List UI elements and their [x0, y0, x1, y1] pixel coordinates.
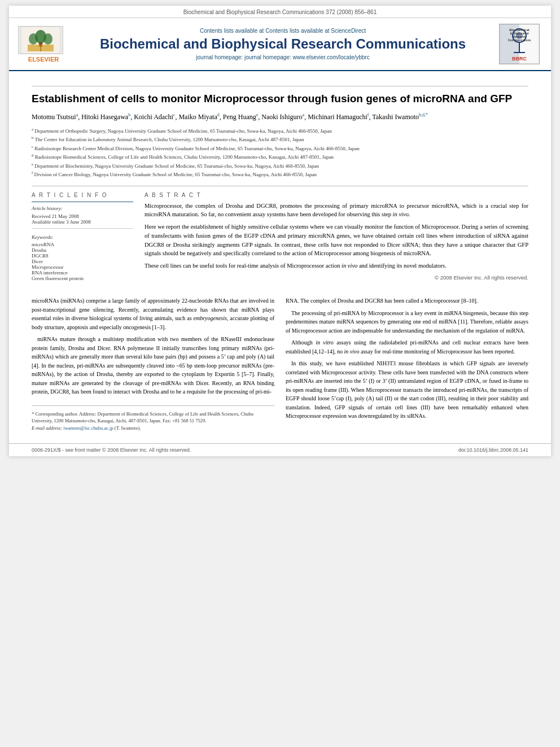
- keywords-label: Keywords:: [32, 234, 133, 240]
- body-two-col: microRNAs (miRNAs) comprise a large fami…: [32, 296, 528, 432]
- svg-point-3: [43, 33, 53, 45]
- page: Biochemical and Biophysical Research Com…: [9, 6, 551, 456]
- body-left-col: microRNAs (miRNAs) comprise a large fami…: [32, 296, 274, 432]
- main-body: microRNAs (miRNAs) comprise a large fami…: [9, 291, 551, 443]
- sciencedirect-notice: Contents lists available at Contents lis…: [78, 28, 488, 34]
- article-info-col: A R T I C L E I N F O Article history: R…: [32, 192, 133, 282]
- authors-line: Motomu Tsutsuia, Hitoki Hasegawab, Koich…: [32, 112, 528, 122]
- issn-notice: 0006-291X/$ - see front matter © 2008 El…: [32, 447, 191, 453]
- journal-title: Biochemical and Biophysical Research Com…: [78, 36, 488, 53]
- body-para-r4: In this study, we have established NIH3T…: [286, 359, 528, 421]
- received-date: Received 21 May 2008: [32, 213, 133, 219]
- history-label: Article history:: [32, 206, 133, 211]
- elsevier-wordmark: ELSEVIER: [18, 56, 69, 63]
- bbrc-logo-area: BBRC Biochemical & Biophysical Research …: [497, 24, 542, 64]
- abstract-para-2: Here we report the establishment of high…: [145, 222, 528, 258]
- homepage-url[interactable]: journal homepage: www.elsevier.com/locat…: [244, 54, 370, 60]
- abstract-para-1: Microprocessor, the complex of Drosha an…: [145, 202, 528, 220]
- journal-homepage: journal homepage: journal homepage: www.…: [78, 54, 488, 60]
- body-para-2: miRNAs mature through a multistep modifi…: [32, 335, 274, 396]
- affiliation-a: a Department of Orthopedic Surgery, Nago…: [32, 126, 528, 136]
- abstract-col: A B S T R A C T Microprocessor, the comp…: [145, 192, 528, 282]
- affiliation-b: b The Center for Education in Laboratory…: [32, 135, 528, 144]
- article-info-label: A R T I C L E I N F O: [32, 192, 133, 198]
- body-para-r3: Although in vitro assays using the radio…: [286, 338, 528, 356]
- svg-point-2: [29, 33, 38, 45]
- affiliation-f: f Division of Cancer Biology, Nagoya Uni…: [32, 170, 528, 179]
- sciencedirect-prefix: Contents lists available at: [200, 28, 265, 34]
- affiliations-block: a Department of Orthopedic Surgery, Nago…: [32, 126, 528, 179]
- copyright-notice: © 2008 Elsevier Inc. All rights reserved…: [145, 274, 528, 282]
- header-divider: [32, 86, 528, 86]
- sciencedirect-link-text[interactable]: Contents lists available at ScienceDirec…: [265, 28, 366, 34]
- keyword-dicer: Dicer: [32, 259, 133, 264]
- abstract-para-3: These cell lines can be useful tools for…: [145, 261, 528, 270]
- article-content-area: Establishment of cells to monitor Microp…: [9, 71, 551, 291]
- email-link[interactable]: iwamoto@isc.chubu.ac.jp: [63, 425, 113, 431]
- svg-text:BBRC: BBRC: [512, 56, 527, 62]
- available-date: Available online 3 June 2008: [32, 219, 133, 225]
- keyword-drosha: Drosha: [32, 247, 133, 253]
- footnote-corresponding: * Corresponding author. Address: Departm…: [32, 410, 274, 425]
- affiliation-divider: [32, 186, 528, 186]
- elsevier-image: [18, 26, 63, 54]
- bbrc-logo: BBRC Biochemical & Biophysical Research …: [499, 24, 540, 64]
- article-title: Establishment of cells to monitor Microp…: [32, 92, 528, 106]
- keyword-microrna: microRNA: [32, 242, 133, 247]
- keyword-rnai: RNA interference: [32, 270, 133, 276]
- body-right-col: RNA. The complex of Drosha and DGCR8 has…: [286, 296, 528, 432]
- journal-citation-bar: Biochemical and Biophysical Research Com…: [9, 6, 551, 18]
- footnote-section: * Corresponding author. Address: Departm…: [32, 405, 274, 432]
- body-para-r2: The processing of pri-miRNA by Microproc…: [286, 309, 528, 335]
- body-text-right: RNA. The complex of Drosha and DGCR8 has…: [286, 296, 528, 421]
- keyword-gfp: Green fluorescent protein: [32, 276, 133, 281]
- abstract-label: A B S T R A C T: [145, 192, 528, 198]
- body-para-r1: RNA. The complex of Drosha and DGCR8 has…: [286, 296, 528, 305]
- elsevier-logo-area: ELSEVIER: [18, 26, 69, 63]
- keywords-box: Keywords: microRNA Drosha DGCR8 Dicer Mi…: [32, 234, 133, 281]
- journal-center: Contents lists available at Contents lis…: [78, 28, 488, 61]
- body-para-1: microRNAs (miRNAs) comprise a large fami…: [32, 296, 274, 331]
- body-text-left: microRNAs (miRNAs) comprise a large fami…: [32, 296, 274, 396]
- doi-notice: doi:10.1016/j.bbrc.2008.05.141: [458, 447, 528, 453]
- footnote-email: E-mail address: iwamoto@isc.chubu.ac.jp …: [32, 425, 274, 432]
- bottom-bar: 0006-291X/$ - see front matter © 2008 El…: [9, 443, 551, 456]
- article-info-box: Article history: Received 21 May 2008 Av…: [32, 202, 133, 229]
- homepage-prefix: journal homepage:: [196, 54, 244, 60]
- journal-citation: Biochemical and Biophysical Research Com…: [183, 9, 377, 15]
- affiliation-e: e Department of Biochemistry, Nagoya Uni…: [32, 161, 528, 171]
- journal-header: ELSEVIER Contents lists available at Con…: [9, 18, 551, 71]
- svg-text:Communications: Communications: [508, 38, 531, 42]
- keyword-microprocessor: Microprocessor: [32, 264, 133, 270]
- keyword-dgcr8: DGCR8: [32, 253, 133, 259]
- affiliation-d: d Radioisotope Biomedical Sciences, Coll…: [32, 152, 528, 161]
- article-info-abstract: A R T I C L E I N F O Article history: R…: [32, 192, 528, 282]
- abstract-text: Microprocessor, the complex of Drosha an…: [145, 202, 528, 282]
- affiliation-c: c Radioisotope Research Center Medical D…: [32, 144, 528, 153]
